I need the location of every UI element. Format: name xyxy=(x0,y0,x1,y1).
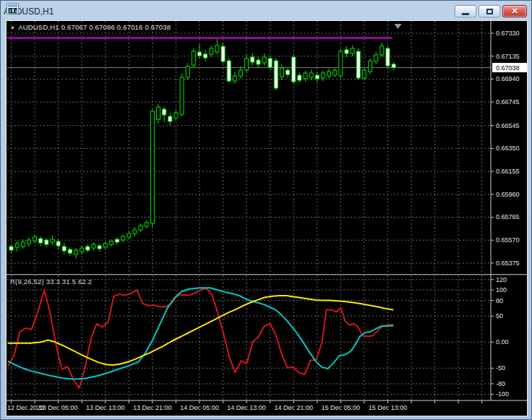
candle-bull xyxy=(210,48,213,54)
candle-bull xyxy=(80,248,84,252)
price-axis-label: 0.66545 xyxy=(496,122,520,129)
time-axis-label: 13 Dec 21:00 xyxy=(133,404,172,411)
candle-bear xyxy=(251,57,254,62)
candle-bull xyxy=(150,111,154,223)
candle-bull xyxy=(333,70,337,75)
candle-bull xyxy=(369,61,372,72)
candle-bull xyxy=(92,244,95,248)
candle-bull xyxy=(33,237,37,241)
candle-bull xyxy=(127,233,131,237)
candle-bull xyxy=(280,68,283,77)
candle-bear xyxy=(298,75,301,80)
candle-bear xyxy=(356,51,360,78)
candle-bull xyxy=(309,73,313,77)
candle-bear xyxy=(221,46,225,61)
candle-bull xyxy=(374,55,378,61)
candle-bear xyxy=(68,249,72,253)
candle-bull xyxy=(157,107,160,119)
price-axis-label: 0.66155 xyxy=(496,168,520,175)
indicator-name: R(9,26,52) xyxy=(10,278,44,286)
candle-bull xyxy=(74,250,78,254)
time-axis-label: 13 Dec 05:00 xyxy=(39,404,78,411)
indicator-axis-label: 100 xyxy=(496,286,507,293)
candle-bull xyxy=(351,48,354,53)
candle-bear xyxy=(116,239,119,242)
candle-bull xyxy=(239,70,242,76)
r-line-cyan xyxy=(9,288,393,379)
candle-bear xyxy=(86,247,90,250)
candle-bull xyxy=(103,244,107,247)
candle-bull xyxy=(27,240,30,244)
current-price-badge-text: 0.67038 xyxy=(496,64,520,72)
minimize-button[interactable] xyxy=(455,5,476,17)
maximize-button[interactable] xyxy=(479,5,500,17)
maximize-icon xyxy=(486,9,493,14)
time-axis-label: 14 Dec 13:00 xyxy=(227,404,266,411)
candle-bear xyxy=(39,239,43,243)
candle-bear xyxy=(286,70,290,74)
candle-bear xyxy=(292,57,296,82)
r-line-yellow xyxy=(9,296,393,365)
candle-bear xyxy=(62,247,66,251)
r-line-red xyxy=(9,288,393,387)
candle-bear xyxy=(386,48,390,66)
candle-bull xyxy=(380,46,384,55)
symbol-dropdown-icon[interactable]: ▼ xyxy=(10,25,15,30)
candle-bull xyxy=(304,73,307,79)
time-axis-label: 15 Dec 13:00 xyxy=(369,404,408,411)
candle-bear xyxy=(45,240,48,244)
candle-bear xyxy=(168,116,172,121)
minimize-icon xyxy=(462,13,469,15)
title-bar[interactable]: AUDUSD,H1 ✕ xyxy=(4,3,528,20)
chart-ohlc-values: 0.67067 0.67086 0.67016 0.67038 xyxy=(61,23,171,31)
candle-bear xyxy=(9,247,13,250)
price-axis-label: 0.67330 xyxy=(496,30,520,37)
candle-bull xyxy=(15,244,19,247)
candle-bull xyxy=(192,51,195,65)
chart-canvas[interactable]: 0.673300.671350.669400.667450.665450.663… xyxy=(7,21,527,416)
candle-bull xyxy=(109,241,113,244)
time-axis-label: 14 Dec 21:00 xyxy=(274,404,313,411)
candle-bull xyxy=(139,226,142,230)
candle-bear xyxy=(204,54,207,58)
candle-bull xyxy=(121,236,125,240)
candle-bull xyxy=(327,72,331,76)
candle-bear xyxy=(274,61,278,88)
candle-bear xyxy=(315,75,319,79)
indicator-header: R(9,26,52) 33.3 31.5 62.2 xyxy=(10,278,92,286)
candle-bull xyxy=(233,76,236,81)
chart-ohlc-header: ▼AUDUSD,H1 0.67067 0.67086 0.67016 0.670… xyxy=(10,23,171,31)
candle-bear xyxy=(392,64,395,68)
candle-bull xyxy=(321,73,325,78)
chart-symbol-period: AUDUSD,H1 xyxy=(18,23,59,31)
candle-bear xyxy=(345,50,348,53)
price-axis-label: 0.66745 xyxy=(496,98,520,106)
price-axis-label: 0.66940 xyxy=(496,75,520,82)
price-axis-label: 0.67135 xyxy=(496,53,520,60)
candle-bear xyxy=(197,52,201,56)
candle-bull xyxy=(133,230,137,233)
indicator-axis-label: 50 xyxy=(496,312,503,320)
price-axis-label: 0.65765 xyxy=(496,213,520,220)
indicator-values: 33.3 31.5 62.2 xyxy=(46,278,93,286)
price-axis-label: 0.66350 xyxy=(496,145,520,152)
candle-bull xyxy=(145,223,148,226)
time-axis-label: 13 Dec 13:00 xyxy=(86,404,125,411)
chart-client-area: 0.673300.671350.669400.667450.665450.663… xyxy=(6,20,528,416)
candle-bull xyxy=(186,67,189,77)
candle-bull xyxy=(215,46,219,52)
indicator-axis-label: -80 xyxy=(496,380,505,387)
candle-bull xyxy=(339,51,343,76)
time-axis-label: 15 Dec 05:00 xyxy=(322,404,361,411)
candle-bull xyxy=(174,113,178,118)
candle-bull xyxy=(245,59,249,70)
candle-bull xyxy=(262,57,266,63)
close-icon: ✕ xyxy=(511,7,518,16)
indicator-axis-label: -100 xyxy=(496,390,509,398)
indicator-axis-label: 120 xyxy=(496,276,507,283)
price-axis-label: 0.65375 xyxy=(496,260,520,267)
price-axis-label: 0.65570 xyxy=(496,236,520,244)
candle-bear xyxy=(163,109,166,115)
close-button[interactable]: ✕ xyxy=(502,5,527,17)
chart-shift-marker-icon xyxy=(395,24,402,29)
